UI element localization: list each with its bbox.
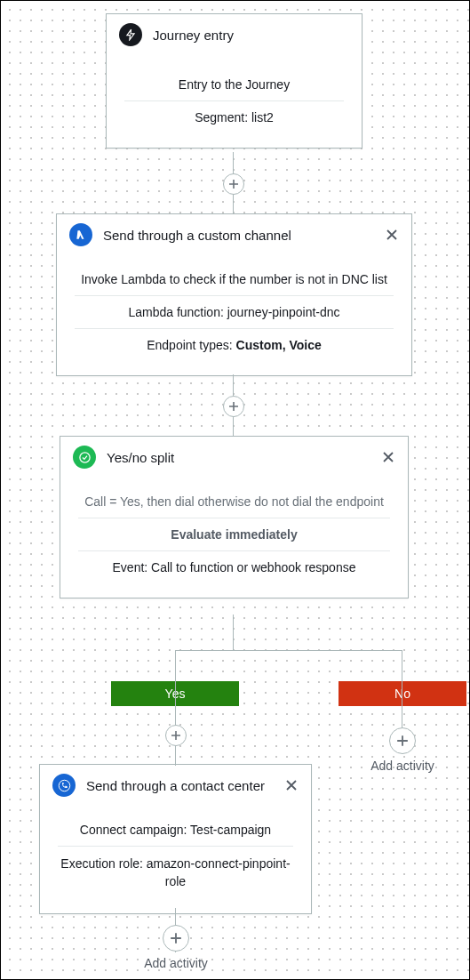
contact-center-node[interactable]: Send through a contact center Connect ca…: [39, 764, 312, 914]
entry-segment: Segment: list2: [121, 101, 347, 133]
add-step-button[interactable]: [165, 725, 187, 746]
close-icon[interactable]: [283, 776, 300, 794]
add-activity-label: Add activity: [370, 759, 434, 773]
phone-icon: [52, 774, 76, 797]
svg-point-0: [79, 452, 89, 462]
node-title: Send through a contact center: [86, 778, 265, 793]
connector: [175, 650, 176, 766]
custom-channel-node[interactable]: Send through a custom channel Invoke Lam…: [56, 213, 412, 376]
svg-point-1: [59, 780, 70, 791]
add-step-button[interactable]: [223, 396, 244, 417]
add-activity-label: Add activity: [144, 956, 208, 970]
journey-canvas[interactable]: Journey entry Entry to the Journey Segme…: [1, 1, 469, 979]
node-title: Journey entry: [153, 28, 234, 43]
endpoint-types: Endpoint types: Custom, Voice: [71, 329, 397, 361]
node-title: Send through a custom channel: [103, 228, 291, 243]
custom-channel-desc: Invoke Lambda to check if the number is …: [71, 269, 397, 295]
split-icon: [73, 446, 96, 469]
journey-entry-node[interactable]: Journey entry Entry to the Journey Segme…: [106, 13, 362, 149]
bolt-icon: [119, 23, 142, 46]
connector: [175, 650, 402, 651]
no-branch-label: No: [339, 681, 466, 706]
lambda-function: Lambda function: journey-pinpoint-dnc: [71, 296, 397, 328]
add-activity-button[interactable]: [163, 925, 189, 952]
split-event: Event: Call to function or webhook respo…: [75, 551, 394, 583]
add-step-button[interactable]: [223, 173, 244, 195]
split-evaluate: Evaluate immediately: [75, 518, 394, 550]
execution-role: Execution role: amazon-connect-pinpoint-…: [54, 847, 297, 899]
node-title: Yes/no split: [107, 450, 174, 465]
entry-description: Entry to the Journey: [121, 68, 347, 100]
connect-campaign: Connect campaign: Test-campaign: [54, 819, 297, 846]
close-icon[interactable]: [379, 448, 397, 466]
split-condition: Call = Yes, then dial otherwise do not d…: [75, 491, 394, 518]
lambda-icon: [69, 223, 92, 246]
add-activity-button[interactable]: [389, 727, 416, 754]
connector: [233, 615, 234, 650]
close-icon[interactable]: [383, 226, 401, 244]
split-node[interactable]: Yes/no split Call = Yes, then dial other…: [60, 436, 409, 598]
